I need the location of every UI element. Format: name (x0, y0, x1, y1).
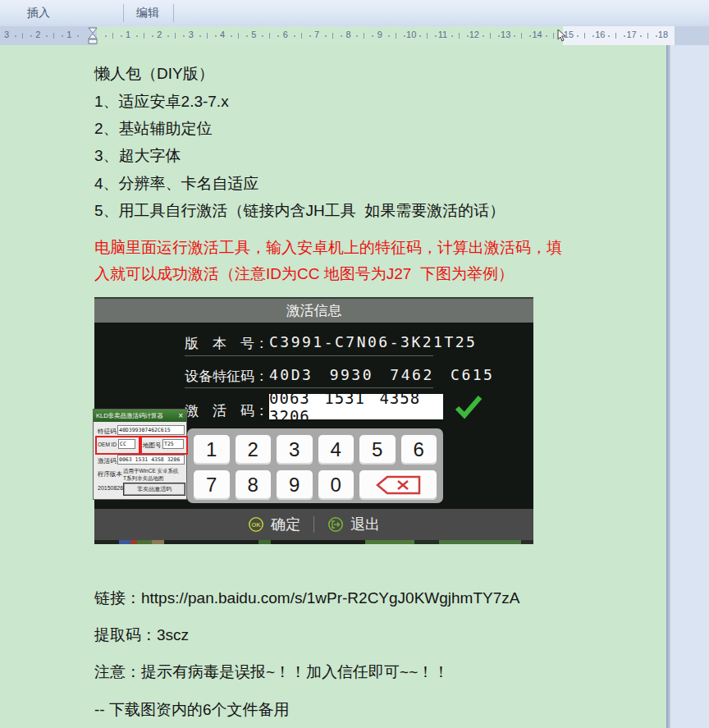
keypad-key-9[interactable]: 9 (277, 470, 313, 500)
ruler-tick (561, 35, 563, 37)
strip-segment (137, 540, 152, 544)
calculator-window[interactable]: KLD非卖品激活码计算器 × 特征码 40D399307462C615 OEM … (93, 409, 187, 500)
strip-segment (258, 540, 271, 544)
calc-generate-button[interactable]: 非卖品激活码 (123, 483, 185, 496)
ruler-tick (483, 35, 484, 37)
ruler-tick (309, 35, 311, 37)
numeric-keypad: 123456 7890 (187, 428, 443, 503)
tab-edit[interactable]: 编辑 (136, 6, 159, 21)
exit-icon (327, 516, 344, 533)
svg-text:OK: OK (251, 521, 261, 529)
ruler-number: 6 (283, 30, 288, 39)
keypad-key-7[interactable]: 7 (194, 470, 230, 500)
strip-segment (365, 540, 414, 544)
ruler-number: 16 (595, 30, 605, 39)
ruler-tick (640, 35, 642, 37)
backspace-key[interactable] (359, 470, 437, 500)
ok-button[interactable]: OK 确定 (248, 515, 300, 534)
ruler-number: 17 (626, 30, 636, 39)
ruler-tick (546, 35, 547, 37)
doc-list-item: 1、适应安卓2.3-7.x (94, 92, 229, 111)
document-page[interactable]: 懒人包（DIY版） 1、适应安卓2.3-7.x 2、基站辅助定位 3、超大字体 … (0, 45, 666, 728)
keypad-key-2[interactable]: 2 (236, 435, 272, 465)
exit-button[interactable]: 退出 (327, 515, 380, 534)
ruler-tick (238, 33, 239, 39)
ruler-tick (53, 33, 54, 39)
tab-separator (123, 4, 124, 22)
calc-feature-input[interactable]: 40D399307462C615 (117, 425, 185, 435)
ruler-number: 1 (126, 30, 130, 39)
keypad-row-1: 123456 (194, 435, 437, 465)
strip-segment (130, 540, 137, 544)
ruler-tick (451, 35, 453, 37)
ruler-number: 11 (438, 30, 447, 39)
calc-version-label: 程序版本 (98, 470, 122, 478)
red-highlight-box (95, 436, 140, 455)
ruler-tick (332, 33, 333, 39)
ruler-tick (647, 33, 648, 39)
ok-button-label: 确定 (271, 515, 300, 534)
ruler-tick (215, 35, 217, 37)
ruler-tick (175, 33, 176, 39)
ruler-tick (592, 35, 594, 37)
keypad-key-5[interactable]: 5 (359, 435, 396, 465)
ruler-tick (269, 33, 270, 39)
keypad-row-2: 7890 (194, 470, 437, 500)
ruler-tick (498, 35, 500, 37)
ruler-tick (521, 33, 522, 39)
ruler-number: 3 (189, 30, 194, 39)
keypad-key-3[interactable]: 3 (277, 435, 313, 465)
keypad-key-0[interactable]: 0 (318, 470, 354, 500)
ruler-number: 7 (314, 30, 319, 39)
ruler-tick (467, 35, 469, 37)
indent-marker[interactable] (85, 27, 100, 45)
calc-date: 20150826 (98, 485, 123, 491)
doc-list-item: 5、用工具自行激活（链接内含JH工具 如果需要激活的话） (94, 201, 505, 220)
divider (185, 355, 433, 356)
strip-segment (439, 540, 521, 544)
strip-segment (119, 540, 130, 544)
feature-code-label: 设备特征码： (185, 367, 268, 386)
calc-code-label: 激活码 (98, 457, 117, 465)
ruler-number: 4 (220, 30, 225, 39)
ruler-tick (199, 35, 201, 37)
calc-code-input[interactable]: 0063 1531 4358 3206 (117, 455, 185, 465)
ruler: 321123456789101112131415161718 (0, 26, 709, 45)
strip-segment (414, 540, 439, 544)
ruler-tick (22, 33, 23, 39)
ruler-tick (112, 33, 113, 39)
calc-feature-label: 特征码 (98, 428, 117, 436)
activation-code-label: 激 活 码： (185, 401, 268, 420)
close-icon[interactable]: × (178, 410, 183, 422)
keypad-key-8[interactable]: 8 (236, 470, 272, 500)
ruler-tick (144, 33, 144, 39)
ruler-tick (553, 33, 554, 39)
ruler-tick (404, 35, 405, 37)
ruler-tick (427, 33, 428, 39)
tab-separator (173, 4, 174, 22)
ruler-tick (301, 33, 302, 39)
doc-red-note-line: 入就可以成功激活（注意ID为CC 地图号为J27 下图为举例） (94, 264, 514, 283)
ruler-tick (388, 35, 390, 37)
doc-heading: 懒人包（DIY版） (94, 64, 214, 83)
doc-extract-code-line: 提取码：3scz (94, 625, 189, 644)
tab-insert[interactable]: 插入 (27, 6, 50, 21)
ruler-number: 10 (406, 30, 416, 39)
doc-notice-line: 注意：提示有病毒是误报~！！加入信任即可~~！！ (94, 662, 449, 681)
keypad-key-6[interactable]: 6 (401, 435, 437, 465)
divider (313, 516, 314, 533)
ruler-text-zone (97, 26, 563, 45)
ruler-tick (584, 33, 585, 39)
ruler-tick (15, 35, 16, 37)
strip-segment (164, 540, 258, 544)
strip-segment (271, 540, 365, 544)
keypad-key-1[interactable]: 1 (194, 435, 230, 465)
ruler-number: 18 (658, 30, 668, 39)
backspace-icon (374, 474, 422, 496)
dialog-bottom-bar: OK 确定 退出 (94, 509, 533, 540)
app-window: 插入 编辑 321123456789101112131415161718 懒人包… (0, 0, 709, 728)
activation-code-input[interactable]: 0063 1531 4358 3206 (269, 394, 443, 419)
ruler-tick (615, 33, 616, 39)
keypad-key-4[interactable]: 4 (318, 435, 354, 465)
strip-segment (152, 540, 164, 544)
